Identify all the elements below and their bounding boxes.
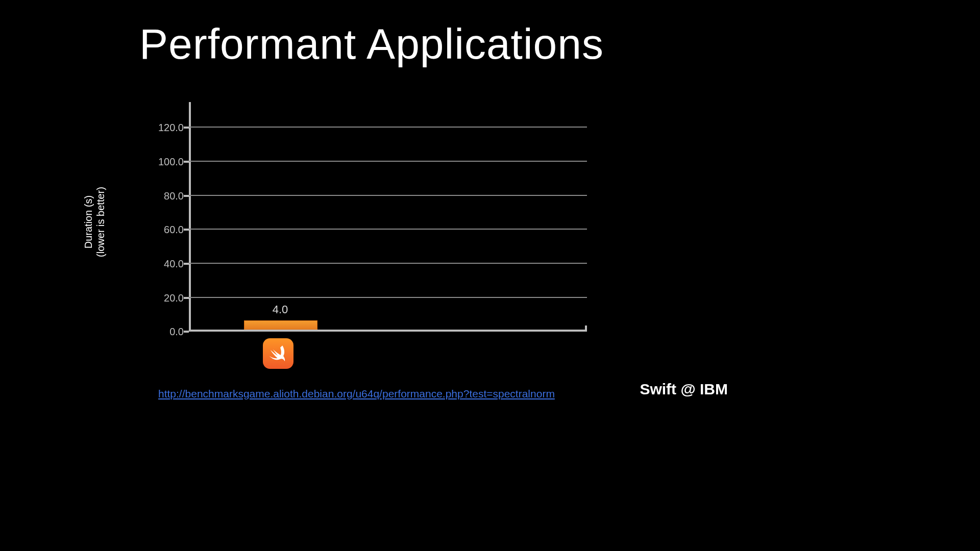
tick-0 [184, 331, 189, 333]
tick-label-60: 60.0 [148, 224, 184, 236]
tick-60 [184, 229, 189, 231]
tick-label-100: 100.0 [148, 156, 184, 168]
tick-label-80: 80.0 [148, 190, 184, 202]
tick-label-120: 120.0 [148, 122, 184, 134]
brand-label: Swift @ IBM [640, 381, 728, 398]
tick-label-0: 0.0 [148, 326, 184, 338]
gridline-60 [189, 229, 587, 230]
gridline-80 [189, 195, 587, 196]
chart-plot-area: 120.0 100.0 80.0 60.0 40.0 20.0 0.0 4.0 [189, 102, 587, 332]
y-axis-label-line1: Duration (s) [83, 195, 94, 248]
gridline-100 [189, 161, 587, 162]
tick-20 [184, 297, 189, 299]
swift-bird-glyph [267, 343, 289, 364]
gridline-20 [189, 297, 587, 298]
bar-swift [244, 320, 317, 330]
tick-100 [184, 161, 189, 163]
bar-label-swift: 4.0 [273, 303, 288, 316]
y-axis-label-line2: (lower is better) [95, 187, 106, 257]
swift-icon [263, 338, 293, 369]
page-title: Performant Applications [0, 19, 743, 69]
slide: Performant Applications Duration (s) (lo… [0, 0, 743, 416]
y-axis-label: Duration (s) (lower is better) [82, 187, 107, 257]
tick-40 [184, 263, 189, 265]
tick-label-40: 40.0 [148, 258, 184, 270]
gridline-40 [189, 263, 587, 264]
x-axis [189, 330, 587, 332]
gridline-120 [189, 127, 587, 128]
tick-120 [184, 127, 189, 129]
x-axis-end-tick [585, 325, 587, 332]
tick-80 [184, 195, 189, 197]
tick-label-20: 20.0 [148, 292, 184, 304]
source-link[interactable]: http://benchmarksgame.alioth.debian.org/… [158, 388, 555, 400]
